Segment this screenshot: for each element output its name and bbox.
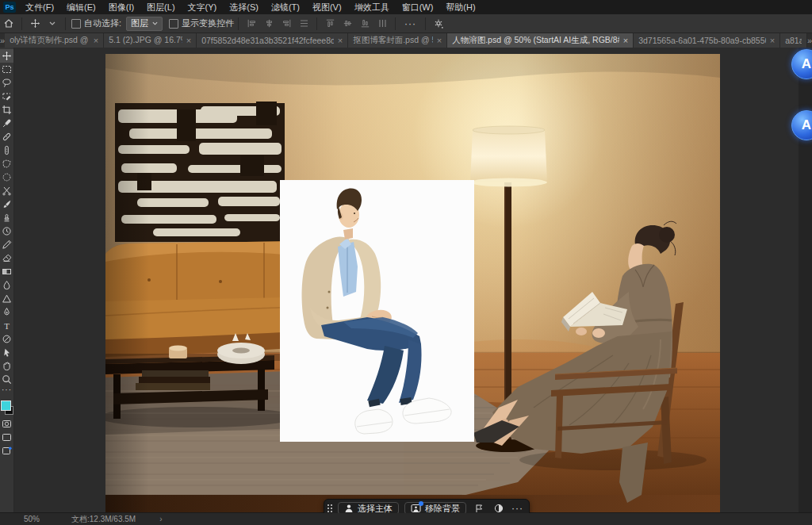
eyedropper-tool[interactable] (0, 117, 13, 130)
menu-view[interactable]: 视图(V) (306, 0, 348, 14)
shape-tool[interactable] (0, 292, 13, 305)
person-icon (344, 504, 354, 513)
zoom-level-field[interactable]: 50% (24, 515, 40, 523)
clone-stamp-tool[interactable] (0, 211, 13, 224)
chevron-down-icon[interactable] (44, 16, 61, 32)
plugin-badge-startai[interactable]: A (791, 49, 812, 79)
align-left-icon[interactable] (243, 16, 260, 32)
share-icon[interactable] (0, 444, 13, 458)
edit-toolbar-icon[interactable]: ··· (2, 386, 12, 396)
candle (169, 346, 187, 359)
remove-background-button[interactable]: 移除背景 (404, 502, 466, 513)
pencil-tool[interactable] (0, 238, 13, 251)
document-tab[interactable]: 抠图博客封面.psd @ 50... × (348, 33, 447, 48)
close-icon[interactable]: × (186, 36, 191, 45)
move-tool-preset-icon[interactable] (26, 16, 44, 32)
path-selection-tool[interactable] (0, 332, 13, 346)
close-icon[interactable]: × (437, 36, 442, 45)
brush-tool[interactable] (0, 197, 13, 211)
show-transform-label: 显示变换控件 (182, 17, 234, 29)
close-icon[interactable]: × (623, 36, 628, 45)
more-options-icon[interactable]: ··· (400, 18, 421, 29)
healing-brush-tool[interactable] (0, 144, 13, 157)
drag-handle-icon[interactable] (327, 504, 332, 512)
document-tab[interactable]: a81a2d98-6365-4e5b-8c9a-t (780, 33, 807, 48)
adjustment-icon[interactable] (492, 504, 506, 513)
menu-plugins[interactable]: 增效工具 (348, 0, 396, 14)
align-top-icon[interactable] (321, 16, 339, 32)
select-subject-button[interactable]: 选择主体 (338, 502, 399, 513)
lasso-tool[interactable] (0, 76, 13, 90)
svg-text:T: T (4, 321, 10, 331)
target-select-value: 图层 (131, 17, 148, 29)
screen-mode-icon[interactable] (0, 431, 13, 444)
status-chevron-icon[interactable]: › (159, 515, 162, 523)
tab-label: 5.1 (2).JPG @ 16.7% (图... (109, 35, 182, 46)
menu-help[interactable]: 帮助(H) (439, 0, 481, 14)
document-tab[interactable]: 5.1 (2).JPG @ 16.7% (图... × (104, 33, 197, 48)
foreground-color-swatch[interactable] (1, 400, 11, 411)
home-icon[interactable] (0, 16, 17, 32)
separator (21, 17, 22, 30)
rectangular-marquee-tool[interactable] (0, 63, 13, 76)
menu-select[interactable]: 选择(S) (223, 0, 265, 14)
eraser-tool[interactable] (0, 251, 13, 265)
menu-layer[interactable]: 图层(L) (140, 0, 181, 14)
document-tab-active[interactable]: 人物溶图.psd @ 50% (StartAI AI生成, RGB/8#) * … (447, 33, 634, 48)
plugin-badge-startai-2[interactable]: A (791, 110, 812, 140)
separator (395, 17, 396, 30)
tab-label: oly详情页制作.psd @ 25... (10, 35, 90, 46)
distribute-vertical-icon[interactable] (373, 16, 391, 32)
show-transform-checkbox[interactable] (169, 19, 178, 29)
photoshop-logo-icon[interactable]: Ps (3, 2, 16, 13)
document-tab[interactable]: 3d71565a-6a01-475b-80a9-cb8556ded93e.png… (634, 33, 780, 48)
object-selection-tool[interactable] (0, 90, 13, 103)
workspace-settings-gear-icon[interactable] (430, 16, 447, 32)
hand-tool[interactable] (0, 359, 13, 373)
menu-window[interactable]: 窗口(W) (396, 0, 440, 14)
blur-tool[interactable] (0, 278, 13, 292)
align-center-horizontal-icon[interactable] (260, 16, 278, 32)
tab-label: 抠图博客封面.psd @ 50... (353, 35, 433, 46)
close-icon[interactable]: × (94, 36, 98, 45)
type-tool[interactable]: T (0, 319, 13, 332)
direct-selection-tool[interactable] (0, 346, 13, 359)
separator (238, 17, 239, 30)
gradient-tool[interactable] (0, 265, 13, 278)
patch-tool[interactable] (0, 157, 13, 171)
auto-select-checkbox[interactable] (71, 19, 81, 29)
auto-select-target-dropdown[interactable]: 图层 (126, 17, 163, 31)
transform-icon[interactable] (472, 504, 486, 513)
canvas-photo[interactable] (105, 54, 720, 513)
menu-bar: Ps 文件(F) 编辑(E) 图像(I) 图层(L) 文字(Y) 选择(S) 滤… (0, 0, 812, 14)
close-icon[interactable]: × (338, 36, 343, 45)
align-bottom-icon[interactable] (356, 16, 373, 32)
cutout-layer[interactable] (280, 180, 474, 442)
more-options-button[interactable]: ··· (511, 503, 523, 513)
align-right-icon[interactable] (278, 16, 295, 32)
crop-tool[interactable] (0, 103, 13, 117)
foreground-background-swatches[interactable] (0, 398, 13, 417)
distribute-horizontal-icon[interactable] (295, 16, 312, 32)
spot-healing-brush-tool[interactable] (0, 130, 13, 144)
menu-edit[interactable]: 编辑(E) (60, 0, 102, 14)
document-tab[interactable]: 07f5852d48e31a3b3521f42fcfeee8d0.png × (197, 33, 348, 48)
menu-image[interactable]: 图像(I) (102, 0, 140, 14)
history-brush-tool[interactable] (0, 224, 13, 238)
close-icon[interactable]: × (770, 36, 775, 45)
contextual-taskbar: 选择主体 移除背景 ··· (324, 499, 530, 513)
menu-type[interactable]: 文字(Y) (182, 0, 224, 14)
quick-mask-icon[interactable] (0, 417, 13, 431)
document-tab-bar: » oly详情页制作.psd @ 25... × 5.1 (2).JPG @ 1… (0, 33, 812, 48)
pen-tool[interactable] (0, 305, 13, 319)
tab-overflow-right-icon[interactable]: » (807, 33, 812, 48)
move-tool[interactable] (0, 49, 13, 63)
menu-file[interactable]: 文件(F) (19, 0, 60, 14)
align-middle-icon[interactable] (339, 16, 356, 32)
scissors-tool[interactable] (0, 184, 13, 197)
menu-filter[interactable]: 滤镜(T) (265, 0, 306, 14)
document-tab[interactable]: oly详情页制作.psd @ 25... × (5, 33, 104, 48)
options-bar: 自动选择: 图层 显示变换控件 ··· (0, 14, 812, 33)
zoom-tool[interactable] (0, 373, 13, 386)
content-aware-move-tool[interactable] (0, 171, 13, 184)
